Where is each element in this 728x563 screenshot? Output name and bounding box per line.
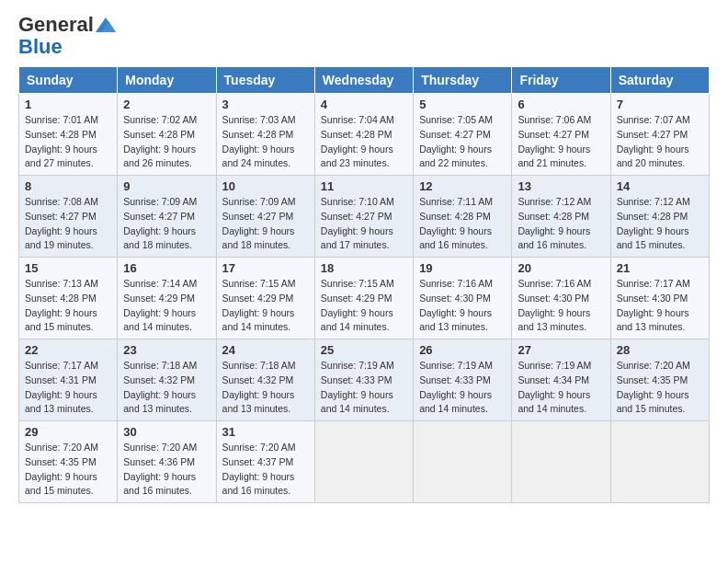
weekday-header-monday: Monday (118, 67, 216, 94)
day-number: 27 (518, 343, 604, 357)
day-number: 15 (25, 261, 111, 275)
day-info: Sunrise: 7:19 AMSunset: 4:34 PMDaylight:… (518, 359, 604, 417)
daylight-label: Daylight: 9 hours and 13 minutes. (617, 307, 689, 333)
page-header: General Blue (18, 15, 710, 59)
calendar-cell: 3Sunrise: 7:03 AMSunset: 4:28 PMDaylight… (216, 94, 314, 176)
day-info: Sunrise: 7:01 AMSunset: 4:28 PMDaylight:… (25, 113, 111, 171)
daylight-label: Daylight: 9 hours and 27 minutes. (25, 144, 97, 169)
sunset-label: Sunset: 4:33 PM (321, 374, 392, 385)
day-number: 30 (123, 425, 210, 439)
day-number: 19 (419, 261, 506, 275)
logo: General Blue (18, 15, 116, 59)
daylight-label: Daylight: 9 hours and 15 minutes. (617, 389, 689, 415)
sunrise-label: Sunrise: 7:05 AM (419, 114, 493, 125)
sunset-label: Sunset: 4:34 PM (518, 374, 589, 385)
day-number: 18 (321, 261, 407, 275)
calendar-cell: 13Sunrise: 7:12 AMSunset: 4:28 PMDayligh… (512, 176, 610, 258)
calendar-table: SundayMondayTuesdayWednesdayThursdayFrid… (18, 66, 710, 503)
day-number: 20 (518, 261, 604, 275)
sunrise-label: Sunrise: 7:12 AM (617, 196, 690, 207)
daylight-label: Daylight: 9 hours and 16 minutes. (518, 225, 590, 251)
sunrise-label: Sunrise: 7:08 AM (25, 196, 98, 207)
daylight-label: Daylight: 9 hours and 14 minutes. (321, 389, 393, 415)
sunrise-label: Sunrise: 7:18 AM (123, 360, 197, 371)
calendar-cell: 18Sunrise: 7:15 AMSunset: 4:29 PMDayligh… (314, 258, 413, 339)
daylight-label: Daylight: 9 hours and 13 minutes. (25, 389, 97, 415)
day-info: Sunrise: 7:11 AMSunset: 4:28 PMDaylight:… (419, 195, 506, 253)
weekday-header-friday: Friday (512, 67, 610, 94)
daylight-label: Daylight: 9 hours and 24 minutes. (222, 144, 295, 169)
calendar-cell: 26Sunrise: 7:19 AMSunset: 4:33 PMDayligh… (414, 339, 512, 421)
sunset-label: Sunset: 4:28 PM (25, 129, 97, 140)
day-info: Sunrise: 7:12 AMSunset: 4:28 PMDaylight:… (518, 195, 604, 253)
calendar-cell: 20Sunrise: 7:16 AMSunset: 4:30 PMDayligh… (512, 258, 610, 339)
sunset-label: Sunset: 4:28 PM (123, 129, 195, 140)
sunset-label: Sunset: 4:27 PM (123, 211, 195, 222)
sunset-label: Sunset: 4:31 PM (25, 374, 97, 385)
sunset-label: Sunset: 4:27 PM (419, 129, 491, 140)
logo-general-text: General (18, 15, 94, 35)
daylight-label: Daylight: 9 hours and 20 minutes. (617, 144, 689, 169)
weekday-header-saturday: Saturday (610, 67, 709, 94)
daylight-label: Daylight: 9 hours and 18 minutes. (123, 225, 196, 251)
sunset-label: Sunset: 4:27 PM (617, 129, 688, 140)
daylight-label: Daylight: 9 hours and 14 minutes. (222, 307, 295, 333)
daylight-label: Daylight: 9 hours and 14 minutes. (518, 389, 590, 415)
day-info: Sunrise: 7:12 AMSunset: 4:28 PMDaylight:… (617, 195, 703, 253)
sunrise-label: Sunrise: 7:04 AM (321, 114, 394, 125)
calendar-cell: 12Sunrise: 7:11 AMSunset: 4:28 PMDayligh… (414, 176, 512, 258)
sunrise-label: Sunrise: 7:10 AM (321, 196, 394, 207)
daylight-label: Daylight: 9 hours and 15 minutes. (25, 471, 97, 497)
daylight-label: Daylight: 9 hours and 21 minutes. (518, 144, 590, 169)
sunrise-label: Sunrise: 7:20 AM (617, 360, 690, 371)
calendar-cell: 14Sunrise: 7:12 AMSunset: 4:28 PMDayligh… (610, 176, 709, 258)
daylight-label: Daylight: 9 hours and 14 minutes. (321, 307, 393, 333)
calendar-cell: 11Sunrise: 7:10 AMSunset: 4:27 PMDayligh… (314, 176, 413, 258)
day-number: 23 (123, 343, 210, 357)
daylight-label: Daylight: 9 hours and 14 minutes. (123, 307, 196, 333)
calendar-cell: 8Sunrise: 7:08 AMSunset: 4:27 PMDaylight… (19, 176, 118, 258)
calendar-cell (414, 421, 512, 503)
daylight-label: Daylight: 9 hours and 15 minutes. (617, 225, 689, 251)
sunrise-label: Sunrise: 7:19 AM (518, 360, 591, 371)
day-info: Sunrise: 7:07 AMSunset: 4:27 PMDaylight:… (617, 113, 703, 171)
day-info: Sunrise: 7:19 AMSunset: 4:33 PMDaylight:… (419, 359, 506, 417)
daylight-label: Daylight: 9 hours and 13 minutes. (123, 389, 196, 415)
calendar-cell: 5Sunrise: 7:05 AMSunset: 4:27 PMDaylight… (414, 94, 512, 176)
day-number: 7 (617, 98, 703, 111)
calendar-cell: 24Sunrise: 7:18 AMSunset: 4:32 PMDayligh… (216, 339, 314, 421)
daylight-label: Daylight: 9 hours and 16 minutes. (419, 225, 492, 251)
sunset-label: Sunset: 4:36 PM (123, 456, 195, 467)
sunrise-label: Sunrise: 7:17 AM (25, 360, 98, 371)
sunrise-label: Sunrise: 7:19 AM (321, 360, 394, 371)
day-info: Sunrise: 7:17 AMSunset: 4:30 PMDaylight:… (617, 277, 703, 335)
daylight-label: Daylight: 9 hours and 13 minutes. (222, 389, 295, 415)
sunrise-label: Sunrise: 7:16 AM (419, 278, 493, 289)
day-info: Sunrise: 7:20 AMSunset: 4:36 PMDaylight:… (123, 441, 210, 499)
sunrise-label: Sunrise: 7:07 AM (617, 114, 690, 125)
sunset-label: Sunset: 4:27 PM (518, 129, 589, 140)
calendar-cell: 28Sunrise: 7:20 AMSunset: 4:35 PMDayligh… (610, 339, 709, 421)
sunset-label: Sunset: 4:27 PM (222, 211, 294, 222)
calendar-cell: 9Sunrise: 7:09 AMSunset: 4:27 PMDaylight… (118, 176, 216, 258)
calendar-cell (610, 421, 709, 503)
calendar-cell: 7Sunrise: 7:07 AMSunset: 4:27 PMDaylight… (610, 94, 709, 176)
sunset-label: Sunset: 4:28 PM (25, 293, 97, 304)
day-info: Sunrise: 7:19 AMSunset: 4:33 PMDaylight:… (321, 359, 407, 417)
sunset-label: Sunset: 4:30 PM (419, 293, 491, 304)
day-info: Sunrise: 7:09 AMSunset: 4:27 PMDaylight:… (123, 195, 210, 253)
day-info: Sunrise: 7:18 AMSunset: 4:32 PMDaylight:… (222, 359, 309, 417)
weekday-header-tuesday: Tuesday (216, 67, 314, 94)
sunrise-label: Sunrise: 7:16 AM (518, 278, 591, 289)
sunset-label: Sunset: 4:27 PM (25, 211, 97, 222)
day-number: 24 (222, 343, 309, 357)
weekday-header-row: SundayMondayTuesdayWednesdayThursdayFrid… (19, 67, 710, 94)
day-info: Sunrise: 7:17 AMSunset: 4:31 PMDaylight:… (25, 359, 111, 417)
weekday-header-thursday: Thursday (414, 67, 512, 94)
day-number: 11 (321, 179, 407, 193)
calendar-cell: 17Sunrise: 7:15 AMSunset: 4:29 PMDayligh… (216, 258, 314, 339)
day-number: 10 (222, 179, 309, 193)
sunset-label: Sunset: 4:30 PM (617, 293, 688, 304)
daylight-label: Daylight: 9 hours and 18 minutes. (222, 225, 295, 251)
day-info: Sunrise: 7:15 AMSunset: 4:29 PMDaylight:… (222, 277, 309, 335)
